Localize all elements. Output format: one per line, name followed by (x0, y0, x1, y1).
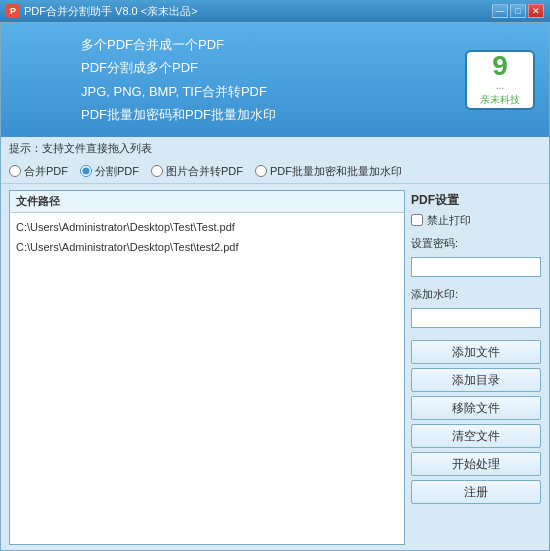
disable-print-row: 禁止打印 (411, 213, 541, 228)
header-line4: PDF批量加密码和PDF批量加水印 (81, 103, 276, 126)
action-buttons: 添加文件 添加目录 移除文件 清空文件 开始处理 注册 (411, 340, 541, 504)
header-line1: 多个PDF合并成一个PDF (81, 33, 276, 56)
logo-brand: 亲末科技 (480, 93, 520, 107)
disable-print-checkbox[interactable] (411, 214, 423, 226)
radio-split-input[interactable] (80, 165, 92, 177)
clear-files-button[interactable]: 清空文件 (411, 424, 541, 448)
password-label: 设置密码: (411, 236, 541, 251)
mode-radio-group: 合并PDF 分割PDF 图片合并转PDF PDF批量加密和批量加水印 (9, 164, 402, 179)
toolbar-row: 提示：支持文件直接拖入列表 合并PDF 分割PDF 图片合并转PDF PDF批量… (1, 137, 549, 184)
file-entry-2: C:\Users\Administrator\Desktop\Test\test… (16, 237, 398, 258)
watermark-input[interactable] (411, 308, 541, 328)
file-list-box[interactable]: 文件路径 C:\Users\Administrator\Desktop\Test… (9, 190, 405, 545)
window-controls: — □ ✕ (492, 4, 544, 18)
logo-number: 9 (492, 52, 508, 80)
radio-image-input[interactable] (151, 165, 163, 177)
title-bar-left: P PDF合并分割助手 V8.0 <亲末出品> (6, 4, 198, 19)
header-line2: PDF分割成多个PDF (81, 56, 276, 79)
header-line3: JPG, PNG, BMP, TIF合并转PDF (81, 80, 276, 103)
file-list-header: 文件路径 (10, 191, 404, 213)
header-area: 多个PDF合并成一个PDF PDF分割成多个PDF JPG, PNG, BMP,… (1, 23, 549, 137)
pdf-settings-label: PDF设置 (411, 192, 541, 209)
maximize-button[interactable]: □ (510, 4, 526, 18)
radio-merge-input[interactable] (9, 165, 21, 177)
disable-print-label: 禁止打印 (427, 213, 471, 228)
add-file-button[interactable]: 添加文件 (411, 340, 541, 364)
radio-split[interactable]: 分割PDF (80, 164, 139, 179)
close-button[interactable]: ✕ (528, 4, 544, 18)
title-bar: P PDF合并分割助手 V8.0 <亲末出品> — □ ✕ (0, 0, 550, 22)
register-button[interactable]: 注册 (411, 480, 541, 504)
remove-file-button[interactable]: 移除文件 (411, 396, 541, 420)
company-logo: 9 ... 亲末科技 (465, 50, 535, 110)
logo-dots: ... (496, 80, 504, 91)
toolbar-hint: 提示：支持文件直接拖入列表 (9, 141, 152, 156)
minimize-button[interactable]: — (492, 4, 508, 18)
main-window: 多个PDF合并成一个PDF PDF分割成多个PDF JPG, PNG, BMP,… (0, 22, 550, 551)
watermark-label: 添加水印: (411, 287, 541, 302)
radio-merge[interactable]: 合并PDF (9, 164, 68, 179)
content-area: 文件路径 C:\Users\Administrator\Desktop\Test… (1, 184, 549, 551)
window-title: PDF合并分割助手 V8.0 <亲末出品> (24, 4, 198, 19)
file-entry-1: C:\Users\Administrator\Desktop\Test\Test… (16, 217, 398, 238)
app-icon: P (6, 4, 20, 18)
start-button[interactable]: 开始处理 (411, 452, 541, 476)
add-dir-button[interactable]: 添加目录 (411, 368, 541, 392)
radio-batch-input[interactable] (255, 165, 267, 177)
radio-batch[interactable]: PDF批量加密和批量加水印 (255, 164, 402, 179)
password-input[interactable] (411, 257, 541, 277)
file-list-content: C:\Users\Administrator\Desktop\Test\Test… (10, 213, 404, 262)
radio-image-merge[interactable]: 图片合并转PDF (151, 164, 243, 179)
left-panel: 文件路径 C:\Users\Administrator\Desktop\Test… (9, 190, 405, 545)
right-panel: PDF设置 禁止打印 设置密码: 添加水印: 添加文件 添加目录 移除文件 清空… (411, 190, 541, 545)
header-text: 多个PDF合并成一个PDF PDF分割成多个PDF JPG, PNG, BMP,… (81, 33, 276, 127)
